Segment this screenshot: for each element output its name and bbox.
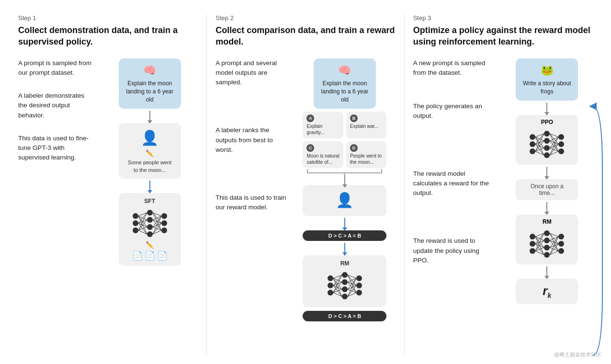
svg-point-42 — [356, 275, 362, 281]
svg-point-6 — [147, 231, 153, 237]
ppo-card: PPO — [516, 115, 578, 165]
step1-text3: This data is used to fine-tune GPT-3 wit… — [18, 134, 95, 163]
step3-prompt-text: Write a story about frogs — [523, 80, 571, 95]
output-a-text: Explain gravity... — [306, 123, 339, 136]
human2-icon: 👤 — [309, 190, 380, 210]
step3-rm-card: RM — [516, 215, 578, 264]
reward-r-icon: rk — [543, 284, 551, 298]
step3-text3: The reward model calculates a reward for… — [413, 169, 495, 198]
watermark: @稀土掘金技术社区 — [554, 351, 601, 358]
step1-prompt-card: 🧠 Explain the moon landing to a 6 year o… — [119, 58, 181, 109]
frog-icon: 🐸 — [522, 63, 571, 78]
svg-point-112 — [558, 248, 564, 254]
once-text: Once upon a time... — [531, 183, 564, 196]
arrow8 — [546, 202, 547, 213]
step3-prompt-card: 🐸 Write a story about frogs — [516, 58, 578, 101]
step1-title: Collect demonstration data, and train a … — [18, 24, 198, 48]
svg-point-104 — [530, 241, 535, 247]
step2-rm-card: RM — [303, 255, 386, 307]
rm2-network-svg — [525, 227, 568, 261]
step1-content: A prompt is sampled from our prompt data… — [18, 58, 198, 266]
output-b: B Explain war... — [346, 112, 387, 138]
ppo-network-svg — [525, 127, 568, 161]
ranking-row: D > C > A = B — [303, 230, 386, 241]
brain2-icon: 🧠 — [320, 63, 369, 78]
step1-diagram: 🧠 Explain the moon landing to a 6 year o… — [102, 58, 198, 266]
arrow7 — [546, 167, 547, 177]
output-d-text: People went to the moon... — [350, 153, 383, 165]
human-caption: Some people went to the moon... — [125, 159, 174, 174]
arrow9 — [546, 266, 547, 277]
badge-a: A — [306, 114, 314, 122]
arrow3 — [344, 175, 345, 185]
step1-text2: A labeler demonstrates the desired outpu… — [18, 91, 95, 120]
svg-point-105 — [530, 248, 535, 254]
step3-content: A new prompt is sampled from the dataset… — [413, 58, 593, 305]
svg-point-106 — [544, 230, 550, 236]
step2-text2: A labeler ranks the outputs from best to… — [215, 125, 287, 155]
docs-icons: 📄 📄 📄 — [125, 250, 174, 261]
reward-card: rk — [516, 279, 578, 304]
svg-point-35 — [328, 275, 333, 281]
ranking-row2: D > C > A = B — [303, 311, 386, 321]
pencil2-icon: ✏️ — [125, 241, 174, 249]
svg-point-4 — [147, 217, 153, 223]
step2-text3: This data is used to train our reward mo… — [215, 193, 287, 213]
sft-network-svg — [128, 206, 171, 240]
step2-human-card: 👤 — [303, 185, 386, 216]
arrow1 — [149, 111, 150, 121]
badge-d: D — [350, 144, 358, 152]
svg-point-39 — [342, 279, 348, 285]
svg-point-70 — [530, 141, 535, 147]
svg-point-108 — [544, 245, 550, 250]
svg-point-107 — [544, 238, 550, 243]
step3-diagram: 🐸 Write a story about frogs PPO — [501, 58, 593, 305]
output-grid: A Explain gravity... B Explain war... C … — [303, 112, 386, 168]
svg-point-110 — [558, 234, 564, 239]
svg-point-71 — [530, 148, 535, 154]
arrow5 — [344, 243, 345, 253]
output-d: D People went to the moon... — [346, 141, 387, 168]
step2-diagram: 🧠 Explain the moon landing to a 6 year o… — [294, 58, 395, 321]
step2-column: Step 2 Collect comparison data, and trai… — [207, 14, 404, 354]
svg-point-43 — [356, 283, 362, 288]
doc1-icon: 📄 — [132, 250, 143, 261]
svg-point-2 — [133, 228, 138, 233]
svg-point-69 — [530, 134, 535, 140]
rm-label: RM — [309, 260, 380, 267]
ppo-label: PPO — [522, 119, 571, 125]
step1-column: Step 1 Collect demonstration data, and t… — [10, 14, 207, 354]
main-container: Step 1 Collect demonstration data, and t… — [0, 0, 611, 364]
svg-point-78 — [558, 148, 564, 154]
bracket-svg — [303, 168, 386, 175]
svg-point-73 — [544, 138, 550, 144]
svg-point-41 — [342, 294, 348, 299]
step3-label: Step 3 — [413, 14, 593, 22]
step2-text1: A prompt and several model outputs are s… — [215, 58, 287, 88]
human-icon: 👤 — [125, 128, 174, 148]
svg-point-109 — [544, 252, 550, 258]
svg-point-8 — [161, 220, 167, 226]
bracket-container — [303, 168, 386, 175]
step3-text2: The policy generates an output. — [413, 102, 495, 121]
svg-point-36 — [328, 283, 333, 288]
rm2-label: RM — [522, 218, 571, 225]
step3-column: Step 3 Optimize a policy against the rew… — [405, 14, 601, 354]
badge-c: C — [306, 144, 314, 152]
svg-point-75 — [544, 152, 550, 158]
svg-point-3 — [147, 210, 153, 216]
svg-point-77 — [558, 141, 564, 147]
step1-human-card: 👤 ✏️ Some people went to the moon... — [119, 123, 181, 179]
output-c-text: Moon is natural satellite of... — [306, 153, 339, 165]
once-card: Once upon a time... — [516, 179, 578, 200]
step1-label: Step 1 — [18, 14, 198, 22]
svg-point-38 — [342, 272, 348, 278]
output-a: A Explain gravity... — [303, 112, 343, 138]
step3-text4: The reward is used to update the policy … — [413, 236, 495, 265]
output-b-text: Explain war... — [350, 123, 383, 129]
svg-point-0 — [133, 213, 138, 219]
step1-texts: A prompt is sampled from our prompt data… — [18, 58, 95, 176]
svg-point-37 — [328, 290, 333, 296]
step2-prompt-text: Explain the moon landing to a 6 year old — [321, 80, 369, 103]
svg-point-103 — [530, 234, 535, 239]
